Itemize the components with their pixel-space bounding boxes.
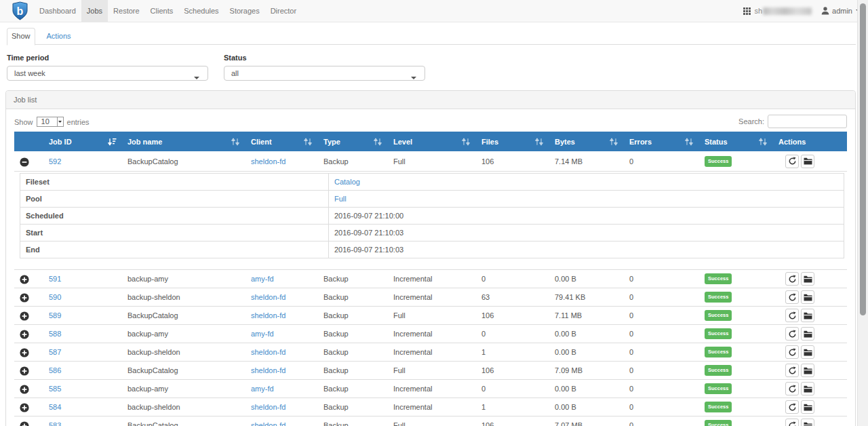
status-cell: Success bbox=[699, 270, 773, 288]
nav-item-schedules[interactable]: Schedules bbox=[178, 0, 224, 22]
job-files-button[interactable] bbox=[801, 272, 814, 286]
rerun-job-button[interactable] bbox=[785, 345, 799, 359]
bytes-cell: 0.00 B bbox=[549, 270, 624, 288]
client-link[interactable]: sheldon-fd bbox=[251, 311, 285, 320]
client-link[interactable]: sheldon-fd bbox=[251, 293, 285, 301]
column-header-job-name[interactable]: Job name bbox=[122, 132, 245, 151]
rerun-job-button[interactable] bbox=[785, 382, 799, 395]
time-period-select[interactable]: last week bbox=[7, 66, 208, 81]
column-header-files[interactable]: Files bbox=[476, 132, 549, 151]
job-list-panel: Job list Show 10 entries Search: bbox=[5, 90, 856, 426]
rerun-job-button[interactable] bbox=[785, 155, 799, 168]
job-files-button[interactable] bbox=[801, 364, 814, 377]
job-name-cell: BackupCatalog bbox=[122, 417, 245, 426]
rerun-job-button[interactable] bbox=[785, 290, 799, 304]
collapse-row-button[interactable] bbox=[20, 157, 29, 167]
expand-cell bbox=[14, 362, 43, 380]
expand-row-button[interactable] bbox=[20, 403, 29, 412]
job-files-button[interactable] bbox=[801, 345, 814, 359]
job-id-link[interactable]: 587 bbox=[49, 348, 61, 356]
brand-logo[interactable]: b bbox=[12, 0, 28, 22]
actions-cell bbox=[773, 380, 847, 398]
level-cell: Full bbox=[388, 417, 476, 426]
job-files-button[interactable] bbox=[801, 400, 814, 414]
tab-show[interactable]: Show bbox=[7, 28, 35, 45]
rerun-job-button[interactable] bbox=[785, 364, 799, 377]
search-input[interactable] bbox=[768, 115, 847, 128]
bytes-cell: 0.00 B bbox=[549, 380, 624, 398]
status-select[interactable]: all bbox=[224, 66, 425, 81]
host-selector[interactable]: sh bbox=[743, 7, 812, 15]
detail-value-link[interactable]: Full bbox=[334, 195, 347, 203]
rerun-job-button[interactable] bbox=[785, 400, 799, 414]
rerun-job-button[interactable] bbox=[785, 272, 799, 286]
tab-bar: ShowActions bbox=[7, 28, 856, 45]
client-link[interactable]: sheldon-fd bbox=[251, 366, 285, 374]
column-header-status[interactable]: Status bbox=[699, 132, 773, 151]
client-link[interactable]: sheldon-fd bbox=[251, 157, 285, 166]
scrollbar-track[interactable] bbox=[857, 0, 868, 426]
job-id-link[interactable]: 592 bbox=[49, 157, 61, 166]
job-files-button[interactable] bbox=[801, 290, 814, 304]
column-header-bytes[interactable]: Bytes bbox=[549, 132, 624, 151]
nav-item-jobs[interactable]: Jobs bbox=[81, 0, 108, 22]
status-badge: Success bbox=[705, 420, 732, 426]
column-header-type[interactable]: Type bbox=[318, 132, 388, 151]
errors-cell: 0 bbox=[624, 288, 699, 307]
nav-item-restore[interactable]: Restore bbox=[108, 0, 145, 22]
filters: Time period last week Status all bbox=[7, 53, 856, 81]
expand-row-button[interactable] bbox=[20, 293, 29, 303]
search-label: Search: bbox=[738, 117, 764, 125]
job-id-cell: 589 bbox=[43, 307, 122, 325]
client-link[interactable]: sheldon-fd bbox=[251, 403, 285, 411]
bytes-cell: 7.11 MB bbox=[549, 307, 624, 325]
expand-row-button[interactable] bbox=[20, 275, 29, 284]
client-link[interactable]: sheldon-fd bbox=[251, 348, 285, 356]
job-id-link[interactable]: 588 bbox=[49, 330, 61, 338]
expand-row-button[interactable] bbox=[20, 311, 29, 321]
detail-value-link[interactable]: Catalog bbox=[334, 178, 360, 186]
expand-row-button[interactable] bbox=[20, 330, 29, 339]
level-cell: Incremental bbox=[388, 270, 476, 288]
nav-item-dashboard[interactable]: Dashboard bbox=[34, 0, 81, 22]
actions-cell bbox=[773, 325, 847, 343]
job-id-link[interactable]: 583 bbox=[49, 421, 61, 426]
job-files-button[interactable] bbox=[801, 309, 814, 322]
tab-actions[interactable]: Actions bbox=[42, 28, 76, 45]
job-files-button[interactable] bbox=[801, 419, 814, 426]
client-link[interactable]: amy-fd bbox=[251, 275, 274, 283]
rerun-job-button[interactable] bbox=[785, 327, 799, 341]
page-size-select[interactable]: 10 bbox=[37, 117, 64, 127]
job-id-link[interactable]: 586 bbox=[49, 366, 61, 374]
column-header-client[interactable]: Client bbox=[245, 132, 318, 151]
expand-row-button[interactable] bbox=[20, 385, 29, 394]
column-header-level[interactable]: Level bbox=[388, 132, 476, 151]
job-files-button[interactable] bbox=[801, 382, 814, 395]
status-badge: Success bbox=[705, 402, 732, 412]
expand-row-button[interactable] bbox=[20, 421, 29, 426]
job-files-button[interactable] bbox=[801, 155, 814, 168]
user-menu[interactable]: admin bbox=[821, 7, 861, 15]
errors-cell: 0 bbox=[624, 417, 699, 426]
column-header-job-id[interactable]: Job ID bbox=[43, 132, 122, 151]
expand-row-button[interactable] bbox=[20, 366, 29, 376]
nav-item-clients[interactable]: Clients bbox=[145, 0, 179, 22]
job-id-link[interactable]: 584 bbox=[49, 403, 61, 411]
rerun-job-button[interactable] bbox=[785, 309, 799, 322]
job-id-link[interactable]: 585 bbox=[49, 385, 61, 393]
nav-item-director[interactable]: Director bbox=[265, 0, 302, 22]
client-link[interactable]: amy-fd bbox=[251, 385, 274, 393]
rerun-job-button[interactable] bbox=[785, 419, 799, 426]
job-id-link[interactable]: 589 bbox=[49, 311, 61, 320]
nav-item-storages[interactable]: Storages bbox=[224, 0, 265, 22]
job-id-link[interactable]: 590 bbox=[49, 293, 61, 301]
client-link[interactable]: amy-fd bbox=[251, 330, 274, 338]
time-period-label: Time period bbox=[7, 53, 208, 62]
scrollbar-thumb[interactable] bbox=[860, 3, 866, 315]
client-link[interactable]: sheldon-fd bbox=[251, 421, 285, 426]
job-files-button[interactable] bbox=[801, 327, 814, 341]
expand-row-button[interactable] bbox=[20, 348, 29, 357]
job-id-link[interactable]: 591 bbox=[49, 275, 61, 283]
column-header-errors[interactable]: Errors bbox=[624, 132, 699, 151]
page-size-value: 10 bbox=[37, 117, 57, 126]
